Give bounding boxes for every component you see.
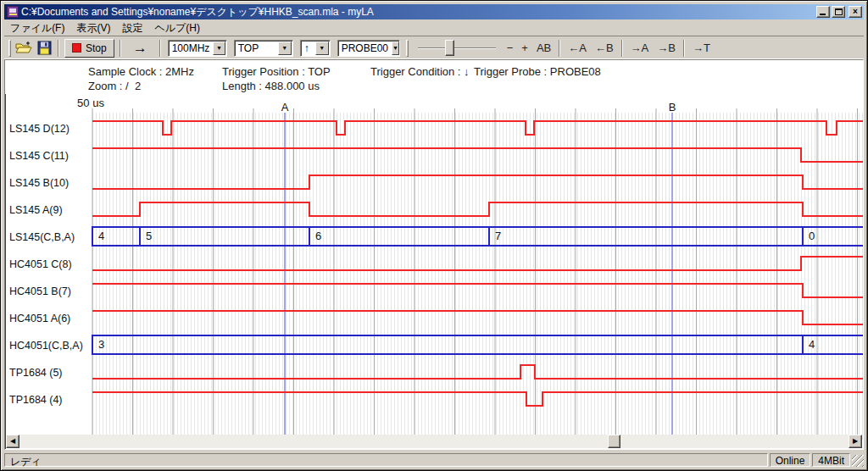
zoom-slider[interactable] <box>418 39 496 58</box>
minimize-icon <box>820 14 826 15</box>
resize-grip-icon[interactable] <box>852 455 864 467</box>
info-zoom: Zoom : / 2 <box>88 80 141 92</box>
bus-value: 7 <box>495 230 501 242</box>
channel-label[interactable]: LS145 D(12) <box>9 123 70 135</box>
digital-waveform <box>92 148 864 162</box>
info-sample-clock: Sample Clock : 2MHz <box>88 65 194 78</box>
toolbar-grip[interactable] <box>8 40 11 57</box>
channel-label[interactable]: HC4051 C(8) <box>9 258 72 270</box>
status-online: Online <box>770 453 811 467</box>
sample-clock-combo[interactable]: 100MHz ▼ <box>168 40 227 57</box>
digital-waveform <box>92 284 864 297</box>
channel-label[interactable]: TP1684 (5) <box>9 367 63 379</box>
trigger-position-combo[interactable]: TOP ▼ <box>234 40 293 57</box>
channel-label[interactable]: HC4051(C,B,A) <box>9 340 83 352</box>
slider-thumb[interactable] <box>445 40 454 56</box>
sample-clock-value: 100MHz <box>169 42 214 54</box>
ab-button[interactable]: AB <box>532 40 555 56</box>
trigger-edge-value: ↑ <box>301 42 315 54</box>
channel-label[interactable]: HC4051 B(7) <box>9 285 71 297</box>
title-bar[interactable]: C:¥Documents and Settings¥noname¥デスクトップ¥… <box>4 4 864 19</box>
digital-waveform <box>92 202 864 216</box>
toolbar-separator <box>159 40 161 57</box>
chevron-down-icon[interactable]: ▼ <box>278 42 292 55</box>
horizontal-scrollbar[interactable]: ◀ ▶ <box>6 435 862 448</box>
toolbar-separator <box>559 40 560 57</box>
goto-a-button[interactable]: ←A <box>564 40 591 56</box>
app-window: C:¥Documents and Settings¥noname¥デスクトップ¥… <box>0 0 868 471</box>
scrollbar-track[interactable] <box>19 435 849 448</box>
toolbar-separator <box>120 40 121 57</box>
window-title: C:¥Documents and Settings¥noname¥デスクトップ¥… <box>21 5 816 19</box>
goto-b-button[interactable]: ←B <box>591 40 618 56</box>
zoom-out-button[interactable]: − <box>503 40 518 56</box>
stop-button-label: Stop <box>86 42 107 54</box>
probe-combo[interactable]: PROBE00 ▼ <box>337 40 400 57</box>
menu-item-3[interactable]: ヘルプ(H) <box>148 19 206 37</box>
info-trigger-position: Trigger Position : TOP <box>222 65 331 78</box>
slider-track <box>418 47 496 49</box>
open-button[interactable] <box>14 39 34 58</box>
waveform-panel: 50 usABLS145 D(12)LS145 C(11)LS145 B(10)… <box>6 94 864 440</box>
scroll-left-button[interactable]: ◀ <box>6 435 19 448</box>
menu-item-2[interactable]: 設定 <box>116 19 148 37</box>
app-icon <box>7 6 19 18</box>
toolbar-separator <box>58 40 59 57</box>
toolbar-separator <box>621 40 623 57</box>
save-button[interactable] <box>34 39 54 58</box>
minimize-button[interactable] <box>816 6 830 18</box>
run-button[interactable]: → <box>125 40 156 57</box>
chevron-down-icon[interactable]: ▼ <box>315 42 329 55</box>
bus-segment <box>489 227 803 246</box>
channel-label[interactable]: TP1684 (4) <box>9 394 63 406</box>
set-a-button[interactable]: →A <box>626 40 654 56</box>
digital-waveform <box>92 121 864 135</box>
channel-label[interactable]: LS145 C(11) <box>9 150 69 162</box>
capture-info: Sample Clock : 2MHz Trigger Position : T… <box>5 60 863 94</box>
bus-value: 4 <box>809 338 815 351</box>
goto-trigger-button[interactable]: →T <box>688 40 715 56</box>
set-b-button[interactable]: →B <box>653 40 680 56</box>
bus-value: 5 <box>146 230 152 242</box>
status-ready: レディ <box>4 453 768 467</box>
run-arrow-icon: → <box>133 40 147 56</box>
bus-segment <box>309 227 489 246</box>
client-area: Sample Clock : 2MHz Trigger Position : T… <box>4 59 864 450</box>
channel-label[interactable]: LS145 B(10) <box>9 177 69 189</box>
scroll-right-button[interactable]: ▶ <box>849 435 862 448</box>
digital-waveform <box>92 257 864 270</box>
status-bar: レディ Online 4MBit <box>4 452 864 467</box>
info-trigger-condition: Trigger Condition : ↓ <box>370 65 470 78</box>
toolbar-grip[interactable] <box>406 40 409 57</box>
digital-waveform <box>92 392 864 406</box>
stop-button[interactable]: Stop <box>64 39 114 58</box>
open-folder-icon <box>15 42 32 55</box>
chevron-down-icon[interactable]: ▼ <box>213 42 225 55</box>
menu-item-1[interactable]: 表示(V) <box>70 19 116 37</box>
chevron-down-icon[interactable]: ▼ <box>392 42 399 55</box>
maximize-button[interactable] <box>832 6 845 18</box>
trigger-position-value: TOP <box>235 42 278 54</box>
waveform-canvas: 50 usABLS145 D(12)LS145 C(11)LS145 B(10)… <box>6 94 864 440</box>
channel-label[interactable]: LS145(C,B,A) <box>9 231 75 243</box>
bus-value: 0 <box>809 230 815 242</box>
bus-value: 6 <box>315 230 321 242</box>
status-memory: 4MBit <box>812 453 850 467</box>
channel-label[interactable]: LS145 A(9) <box>9 204 63 216</box>
bus-value: 3 <box>98 338 104 351</box>
info-trigger-probe: Trigger Probe : PROBE08 <box>474 65 601 78</box>
trigger-edge-combo[interactable]: ↑ ▼ <box>300 40 331 57</box>
channel-label[interactable]: HC4051 A(6) <box>9 313 70 324</box>
scrollbar-thumb[interactable] <box>608 435 620 448</box>
maximize-icon <box>835 8 843 15</box>
digital-waveform <box>92 175 864 189</box>
zoom-in-button[interactable]: + <box>517 40 532 56</box>
menu-bar: ファイル(F)表示(V)設定ヘルプ(H) <box>4 20 864 36</box>
marker-b-label: B <box>669 101 676 114</box>
info-length: Length : 488.000 us <box>222 80 320 92</box>
marker-a-label: A <box>281 101 289 114</box>
save-floppy-icon <box>37 41 52 55</box>
close-icon: × <box>853 7 858 16</box>
menu-item-0[interactable]: ファイル(F) <box>4 19 70 37</box>
close-button[interactable]: × <box>849 6 862 18</box>
